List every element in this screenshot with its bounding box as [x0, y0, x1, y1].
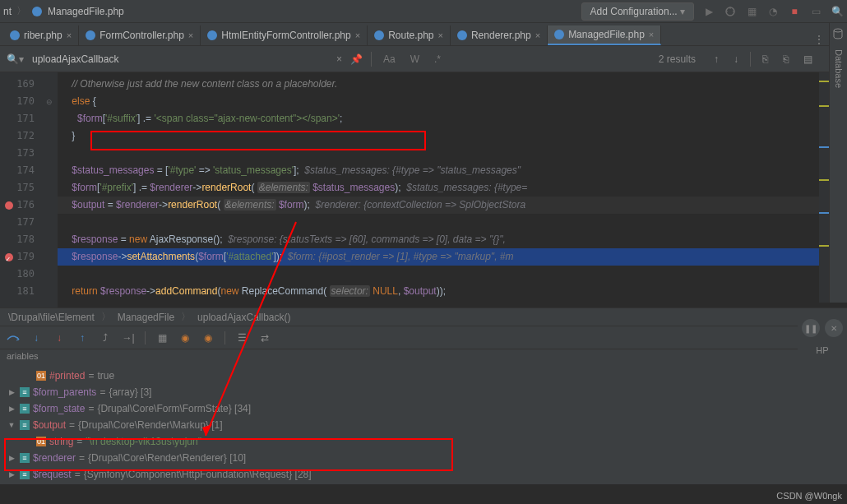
- profile-icon[interactable]: ◔: [766, 5, 780, 18]
- fold-marker[interactable]: [41, 127, 58, 145]
- line-number[interactable]: 177: [0, 214, 41, 231]
- run-icon[interactable]: ▶: [702, 5, 715, 18]
- line-number[interactable]: 181: [0, 283, 41, 300]
- code-line[interactable]: $status_messages = ['#type' => 'status_m…: [58, 162, 847, 179]
- close-icon[interactable]: ×: [188, 30, 193, 40]
- line-number[interactable]: 175: [0, 179, 41, 197]
- clear-search-icon[interactable]: ×: [336, 53, 342, 65]
- editor-tab[interactable]: HtmlEntityFormController.php×: [201, 25, 368, 45]
- stop-icon[interactable]: ■: [788, 5, 801, 18]
- coverage-icon[interactable]: ▦: [745, 5, 758, 18]
- more-icon[interactable]: ⇄: [258, 331, 271, 344]
- editor-tab[interactable]: Route.php×: [368, 25, 451, 45]
- tree-toggle-icon[interactable]: ▼: [7, 421, 16, 429]
- step-over-icon[interactable]: [7, 331, 20, 344]
- fold-marker[interactable]: [41, 197, 58, 214]
- line-number[interactable]: 173: [0, 145, 41, 162]
- line-number[interactable]: 178: [0, 231, 41, 248]
- prev-match-icon[interactable]: ↑: [710, 53, 722, 65]
- pin-search-icon[interactable]: 📌: [350, 53, 363, 65]
- variable-row[interactable]: ▶≡$renderer = {Drupal\Core\Render\Render…: [3, 450, 847, 466]
- close-icon[interactable]: ×: [649, 30, 654, 39]
- variable-row[interactable]: 01#printed = true: [3, 368, 847, 384]
- fold-marker[interactable]: [41, 283, 58, 300]
- code-line[interactable]: $response->setAttachments($form['#attach…: [58, 248, 847, 266]
- breadcrumb-item[interactable]: uploadAjaxCallback(): [197, 312, 290, 323]
- variable-row[interactable]: ▶≡$request = {Symfony\Component\HttpFoun…: [3, 466, 847, 483]
- force-step-into-icon[interactable]: ↓: [53, 331, 66, 344]
- code-line[interactable]: $form['#prefix'] .= $renderer->renderRoo…: [58, 179, 847, 197]
- code-line[interactable]: $response = new AjaxResponse(); $respons…: [58, 231, 847, 248]
- editor-minimap[interactable]: [819, 72, 829, 303]
- evaluate-icon[interactable]: ▦: [155, 331, 169, 344]
- run-to-cursor-icon[interactable]: →|: [122, 331, 135, 344]
- variables-tree[interactable]: 01#printed = true▶≡$form_parents = {arra…: [0, 366, 847, 484]
- line-number[interactable]: 176: [0, 197, 41, 214]
- select-all-icon[interactable]: ⎘: [759, 53, 771, 65]
- variable-row[interactable]: 01string = "\n desktop-vik13us\yujun": [3, 433, 847, 450]
- filter-icon[interactable]: ▤: [800, 53, 816, 65]
- code-line[interactable]: [58, 145, 847, 162]
- database-label[interactable]: Database: [834, 49, 844, 88]
- layout-icon[interactable]: ▭: [809, 5, 822, 18]
- close-icon[interactable]: ×: [535, 30, 540, 40]
- editor-tab[interactable]: FormController.php×: [79, 25, 201, 45]
- match-case-toggle[interactable]: Aa: [380, 53, 399, 65]
- code-line[interactable]: return $response->addCommand(new Replace…: [58, 283, 847, 300]
- code-line[interactable]: else {: [58, 93, 847, 110]
- fold-marker[interactable]: [41, 145, 58, 162]
- list-icon[interactable]: ☰: [235, 331, 248, 344]
- pause-button[interactable]: ❚❚: [802, 319, 820, 337]
- add-configuration-dropdown[interactable]: Add Configuration... ▾: [581, 2, 694, 21]
- line-number[interactable]: 180: [0, 266, 41, 283]
- code-editor[interactable]: // Otherwise just add the new content cl…: [58, 72, 847, 307]
- tab-overflow-icon[interactable]: ⋮: [809, 34, 829, 45]
- words-toggle[interactable]: W: [407, 53, 423, 65]
- fold-marker[interactable]: [41, 231, 58, 248]
- close-icon[interactable]: ×: [355, 30, 360, 40]
- fold-marker[interactable]: ⊖: [41, 93, 58, 110]
- fold-marker[interactable]: [41, 179, 58, 197]
- code-line[interactable]: $output = $renderer->renderRoot( &elemen…: [58, 197, 847, 214]
- add-selection-icon[interactable]: ⎗: [780, 53, 792, 65]
- close-icon[interactable]: ×: [438, 30, 443, 40]
- breadcrumb-item[interactable]: \Drupal\file\Element: [8, 312, 95, 323]
- search-input[interactable]: uploadAjaxCallback: [32, 53, 328, 65]
- fold-marker[interactable]: [41, 214, 58, 231]
- fold-marker[interactable]: [41, 162, 58, 179]
- regex-toggle[interactable]: .*: [431, 53, 444, 65]
- line-number[interactable]: 170: [0, 93, 41, 110]
- search-everywhere-icon[interactable]: 🔍: [831, 5, 844, 18]
- fold-marker[interactable]: [41, 248, 58, 266]
- step-out-icon[interactable]: ↑: [76, 331, 89, 344]
- line-number[interactable]: 171: [0, 110, 41, 127]
- tree-toggle-icon[interactable]: ▶: [7, 454, 16, 462]
- debug-icon[interactable]: [724, 5, 737, 18]
- code-line[interactable]: }: [58, 127, 847, 145]
- breadcrumb-item[interactable]: ManagedFile: [118, 312, 174, 323]
- code-line[interactable]: $form['#suffix'] .= '<span class="ajax-n…: [58, 110, 847, 127]
- editor-tab[interactable]: riber.php×: [3, 25, 79, 45]
- editor-tab[interactable]: Renderer.php×: [451, 25, 548, 45]
- code-line[interactable]: // Otherwise just add the new content cl…: [58, 76, 847, 93]
- variable-row[interactable]: ▼≡$output = {Drupal\Core\Render\Markup} …: [3, 417, 847, 433]
- line-number[interactable]: 179: [0, 248, 41, 266]
- fold-marker[interactable]: [41, 110, 58, 127]
- step-into-icon[interactable]: ↓: [30, 331, 43, 344]
- line-number[interactable]: 174: [0, 162, 41, 179]
- drop-frame-icon[interactable]: ⤴: [99, 331, 112, 344]
- variable-row[interactable]: ▶≡$form_state = {Drupal\Core\Form\FormSt…: [3, 400, 847, 417]
- tree-toggle-icon[interactable]: ▶: [7, 470, 16, 479]
- tree-toggle-icon[interactable]: ▶: [7, 388, 16, 396]
- tree-toggle-icon[interactable]: ▶: [7, 405, 16, 413]
- line-number[interactable]: 172: [0, 127, 41, 145]
- fold-marker[interactable]: [41, 266, 58, 283]
- fold-marker[interactable]: [41, 76, 58, 93]
- stop-button[interactable]: ✕: [825, 319, 843, 337]
- next-match-icon[interactable]: ↓: [730, 53, 742, 65]
- editor-tab[interactable]: ManagedFile.php×: [548, 25, 661, 45]
- trace-icon[interactable]: ◉: [178, 331, 192, 344]
- code-line[interactable]: [58, 214, 847, 231]
- trace2-icon[interactable]: ◉: [201, 331, 215, 344]
- line-number[interactable]: 169: [0, 76, 41, 93]
